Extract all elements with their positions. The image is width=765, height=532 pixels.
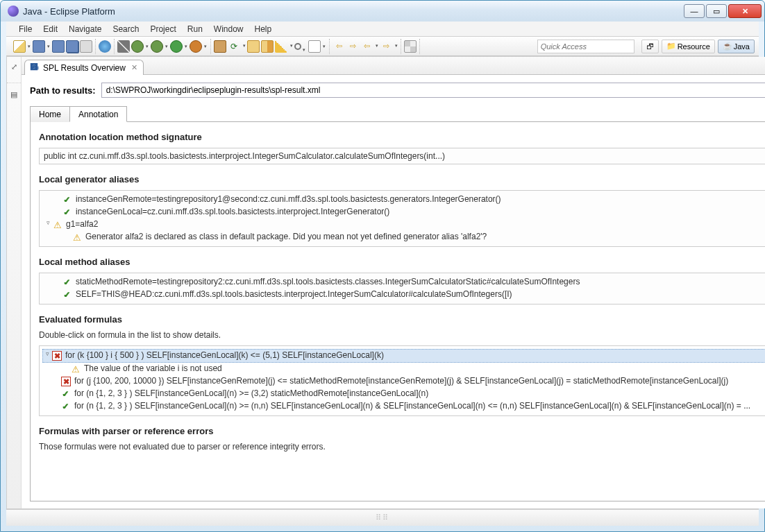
tree-item[interactable]: instanceGenRemote=testingrepository1@sec… [44,194,765,206]
debug-button[interactable] [131,40,144,53]
main-toolbar: ⟳ ⇦ ⇨ ⇦ ⇨ 🗗 📁 Resource ☕ Java [6,37,759,56]
check-icon [62,277,73,288]
tree-item[interactable]: Generator alfa2 is declared as class in … [44,231,765,243]
minimize-button[interactable]: — [684,4,705,18]
menu-help[interactable]: Help [249,23,278,35]
print-button[interactable] [80,40,92,53]
close-tab-icon[interactable]: ✕ [131,63,137,72]
new-button[interactable] [13,40,26,53]
open-task-button[interactable] [261,40,274,53]
tree-item[interactable]: ▿g1=alfa2 [44,218,765,231]
tree-item-text: instanceGenRemote=testingrepository1@sec… [76,194,501,204]
menubar: File Edit Navigate Search Project Run Wi… [6,22,759,37]
spl-icon: 🆂ₗ [31,63,40,73]
menu-edit[interactable]: Edit [37,23,63,35]
check-icon [60,401,72,412]
menu-window[interactable]: Window [208,23,249,35]
pin-editor-button[interactable] [404,40,417,53]
menu-search[interactable]: Search [107,23,144,35]
run-button[interactable] [170,40,183,53]
formulas-hint: Double-click on formula in the list to s… [39,330,765,340]
maximize-button[interactable]: ▭ [706,4,727,18]
menu-run[interactable]: Run [182,23,208,35]
nav-back-alt-button[interactable]: ⇦ [333,40,345,53]
error-icon [51,350,62,361]
package-explorer-icon[interactable]: ▤ [8,89,19,100]
save-all-button[interactable] [66,40,78,53]
left-trim: ⤢ ▤ [7,57,22,508]
tree-item[interactable]: staticMethodRemote=testingrepository2:cz… [44,276,765,289]
path-input[interactable] [102,83,765,97]
nav-fwd-button[interactable]: ⇨ [380,40,392,53]
tab-spl-results[interactable]: 🆂ₗ SPL Results Overview ✕ [24,60,144,75]
tree-item[interactable]: for (n {1, 2, 3 } ) SELF[instanceGenLoca… [42,400,765,413]
error-icon [60,376,72,387]
path-label: Path to results: [30,85,96,96]
grip-icon[interactable]: ⠿⠿ [376,513,389,522]
check-icon [60,388,72,400]
check-icon [62,289,73,300]
parser-errors-hint: Those formulas were not evaluated due to… [39,442,765,452]
task-button[interactable] [308,40,321,53]
check-icon [62,194,73,205]
window: Java - Eclipse Platform — ▭ ✕ File Edit … [0,0,765,532]
check-icon [62,207,73,218]
wand-button[interactable] [117,40,130,53]
path-combo[interactable]: ▼ [101,83,765,98]
tree-item[interactable]: for (j {100, 200, 10000 }) SELF[instance… [42,375,765,388]
menu-project[interactable]: Project [144,23,181,35]
save-dropdown-button[interactable] [33,40,45,53]
quick-access-input[interactable] [537,40,634,53]
open-perspective-button[interactable]: 🗗 [641,40,659,53]
heading-signature: Annotation location method signature [39,132,765,142]
search-button[interactable] [294,43,301,50]
tree-item[interactable]: The value of the variable i is not used [42,363,765,375]
external-tools-button[interactable] [190,40,202,53]
save-button[interactable] [52,40,65,53]
menu-file[interactable]: File [13,23,37,35]
tab-annotation[interactable]: Annotation [69,106,127,122]
warning-icon [72,232,83,243]
editor-area: 🆂ₗ SPL Results Overview ✕ — ▭ Path to re… [22,57,765,508]
formulas-tree[interactable]: ▿for (k {100 } i { 500 } ) SELF[instance… [42,349,765,415]
tree-item-text: for (j {100, 200, 10000 }) SELF[instance… [74,376,728,386]
refresh-button[interactable]: ⟳ [228,40,240,53]
tree-item[interactable]: SELF=THIS@HEAD:cz.cuni.mff.d3s.spl.tools… [44,289,765,301]
generator-alias-tree[interactable]: instanceGenRemote=testingrepository1@sec… [39,190,765,247]
tab-title: SPL Results Overview [43,63,126,73]
method-alias-tree[interactable]: staticMethodRemote=testingrepository2:cz… [39,273,765,304]
new-package-button[interactable] [214,40,226,53]
close-button[interactable]: ✕ [728,4,762,18]
nav-fwd-alt-button[interactable]: ⇨ [346,40,359,53]
result-tabs: Home Annotation [30,105,765,122]
signature-box: public int cz.cuni.mff.d3s.spl.tools.bas… [39,148,765,164]
build-button[interactable] [99,40,111,53]
debug-last-button[interactable] [151,40,163,53]
tree-item-text: for (k {100 } i { 500 } ) SELF[instanceG… [65,350,384,360]
expander-icon[interactable]: ▿ [44,219,52,226]
formulas-tree-container[interactable]: ▿for (k {100 } i { 500 } ) SELF[instance… [39,345,765,416]
titlebar[interactable]: Java - Eclipse Platform — ▭ ✕ [1,1,764,22]
tree-item[interactable]: ▿for (k {100 } i { 500 } ) SELF[instance… [42,349,765,363]
menu-navigate[interactable]: Navigate [63,23,107,35]
tree-item-text: Generator alfa2 is declared as class in … [85,232,487,241]
perspective-resource-label: Resource [678,42,710,51]
nav-back-button[interactable]: ⇦ [360,40,373,53]
window-title: Java - Eclipse Platform [23,6,682,17]
heading-method-aliases: Local method aliases [39,257,765,267]
expander-icon[interactable]: ▿ [43,350,51,357]
annotation-panel[interactable]: Annotation location method signature pub… [30,122,765,501]
tab-home[interactable]: Home [30,106,70,122]
perspective-java[interactable]: ☕ Java [718,40,755,53]
edit-button[interactable] [275,40,287,53]
restore-icon[interactable]: ⤢ [8,61,19,72]
heading-formulas: Evaluated formulas [39,314,765,325]
tree-item-text: for (n {1, 2, 3 } ) SELF[instanceGenLoca… [74,401,750,411]
warning-icon [52,219,63,230]
workbench: ⤢ ▤ 🆂ₗ SPL Results Overview ✕ — ▭ Path t… [6,56,759,509]
tree-item[interactable]: instanceGenLocal=cz.cuni.mff.d3s.spl.too… [44,206,765,218]
perspective-resource[interactable]: 📁 Resource [662,40,715,53]
tree-item[interactable]: for (n {1, 2, 3 } ) SELF[instanceGenLoca… [42,388,765,400]
perspective-java-label: Java [734,42,750,51]
open-type-button[interactable] [247,40,260,53]
